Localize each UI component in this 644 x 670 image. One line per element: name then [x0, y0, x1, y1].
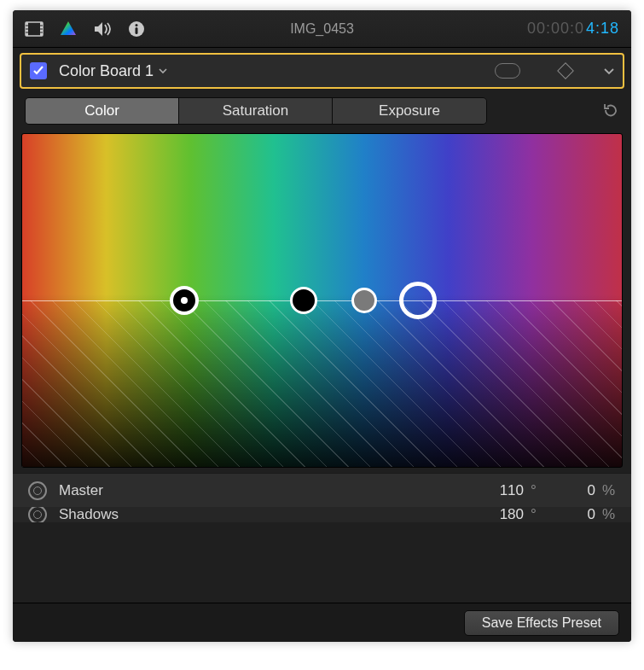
chevron-down-icon: [159, 65, 167, 77]
timecode-bright: 4:18: [586, 20, 619, 38]
video-inspector-icon[interactable]: [25, 20, 44, 38]
save-effects-preset-button[interactable]: Save Effects Preset: [464, 610, 619, 636]
param-amount-value[interactable]: 0: [544, 482, 595, 499]
param-hue-unit: °: [524, 507, 544, 522]
inspector-panel: IMG_0453 00:00:0 4:18 Color Board 1 Colo…: [13, 10, 631, 642]
param-amount-value[interactable]: 0: [544, 507, 595, 522]
param-label: Master: [59, 482, 103, 499]
color-board-field[interactable]: [21, 133, 623, 468]
svg-point-11: [136, 24, 138, 26]
puck-highlights[interactable]: [351, 288, 377, 313]
mask-icon[interactable]: [495, 63, 520, 79]
param-hue-value[interactable]: 180: [473, 507, 524, 522]
puck-shadows[interactable]: [170, 286, 199, 315]
param-label: Shadows: [59, 507, 119, 522]
effect-enabled-checkbox[interactable]: [30, 62, 47, 79]
puck-master[interactable]: [399, 282, 437, 319]
info-inspector-icon[interactable]: [127, 20, 146, 38]
reset-icon[interactable]: [602, 102, 619, 121]
timecode-dim: 00:00:0: [527, 20, 584, 38]
parameter-list: Master 110 ° 0 % Shadows 180 ° 0 %: [13, 473, 631, 522]
param-row-shadows[interactable]: Shadows 180 ° 0 %: [13, 507, 631, 522]
param-row-master[interactable]: Master 110 ° 0 %: [13, 473, 631, 507]
timecode: 00:00:0 4:18: [527, 20, 619, 38]
param-amount-unit: %: [595, 482, 616, 499]
effect-name-label: Color Board 1: [59, 62, 154, 80]
param-amount-unit: %: [595, 507, 616, 522]
tab-color[interactable]: Color: [26, 98, 179, 124]
param-puck-icon: [28, 481, 47, 500]
tab-saturation[interactable]: Saturation: [179, 98, 333, 124]
inspector-toolbar: IMG_0453 00:00:0 4:18: [13, 10, 631, 48]
color-field-midline: [22, 300, 622, 301]
param-hue-value[interactable]: 110: [473, 482, 524, 499]
svg-marker-9: [61, 21, 76, 35]
effect-header[interactable]: Color Board 1: [20, 53, 624, 89]
tab-row: Color Saturation Exposure: [13, 89, 631, 130]
param-puck-icon: [28, 507, 47, 522]
color-field-wrap: [13, 130, 631, 468]
keyframe-icon[interactable]: [557, 62, 574, 79]
param-hue-unit: °: [524, 482, 544, 499]
tab-exposure[interactable]: Exposure: [333, 98, 486, 124]
audio-inspector-icon[interactable]: [93, 20, 112, 38]
svg-rect-12: [136, 27, 138, 34]
color-inspector-icon[interactable]: [59, 20, 78, 38]
effect-name-dropdown[interactable]: Color Board 1: [59, 62, 167, 80]
puck-midtones[interactable]: [290, 287, 317, 314]
color-field-hatch: [22, 300, 622, 467]
effect-disclosure-chevron-icon[interactable]: [604, 64, 614, 79]
inspector-footer: Save Effects Preset: [13, 603, 631, 642]
color-board-tabs: Color Saturation Exposure: [25, 97, 487, 125]
